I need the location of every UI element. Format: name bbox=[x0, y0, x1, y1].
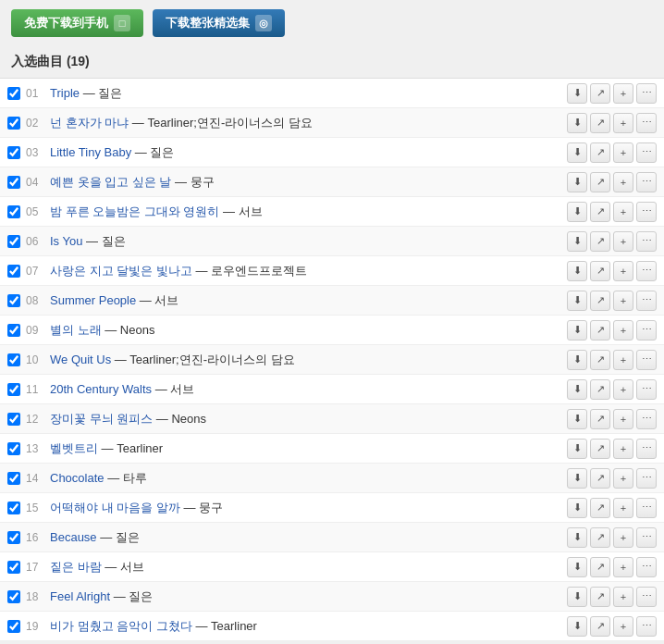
download-action-button[interactable]: ⬇ bbox=[567, 320, 587, 341]
more-action-button[interactable]: ⋯ bbox=[636, 320, 657, 341]
more-action-button[interactable]: ⋯ bbox=[636, 439, 657, 459]
add-action-button[interactable]: + bbox=[613, 557, 633, 577]
add-action-button[interactable]: + bbox=[613, 231, 633, 252]
download-action-button[interactable]: ⬇ bbox=[567, 113, 587, 133]
add-action-button[interactable]: + bbox=[613, 527, 633, 548]
more-action-button[interactable]: ⋯ bbox=[636, 379, 657, 400]
download-action-button[interactable]: ⬇ bbox=[567, 83, 587, 104]
more-action-button[interactable]: ⋯ bbox=[636, 261, 657, 281]
add-action-button[interactable]: + bbox=[613, 172, 633, 192]
more-action-button[interactable]: ⋯ bbox=[636, 587, 657, 607]
share-action-button[interactable]: ↗ bbox=[590, 409, 610, 429]
add-action-button[interactable]: + bbox=[613, 587, 633, 607]
more-action-button[interactable]: ⋯ bbox=[636, 202, 657, 222]
free-download-button[interactable]: 免费下载到手机 □ bbox=[11, 9, 143, 37]
add-action-button[interactable]: + bbox=[613, 616, 633, 637]
download-action-button[interactable]: ⬇ bbox=[567, 231, 587, 252]
download-action-button[interactable]: ⬇ bbox=[567, 498, 587, 518]
share-action-button[interactable]: ↗ bbox=[590, 350, 610, 370]
track-checkbox[interactable] bbox=[7, 383, 20, 396]
song-name: Little Tiny Baby bbox=[50, 145, 131, 159]
download-action-button[interactable]: ⬇ bbox=[567, 587, 587, 607]
share-action-button[interactable]: ↗ bbox=[590, 202, 610, 222]
track-checkbox[interactable] bbox=[7, 294, 20, 307]
add-action-button[interactable]: + bbox=[613, 350, 633, 370]
download-action-button[interactable]: ⬇ bbox=[567, 379, 587, 400]
add-action-button[interactable]: + bbox=[613, 113, 633, 133]
share-action-button[interactable]: ↗ bbox=[590, 527, 610, 548]
add-action-button[interactable]: + bbox=[613, 261, 633, 281]
add-action-button[interactable]: + bbox=[613, 202, 633, 222]
add-action-button[interactable]: + bbox=[613, 142, 633, 163]
share-action-button[interactable]: ↗ bbox=[590, 261, 610, 281]
more-action-button[interactable]: ⋯ bbox=[636, 231, 657, 252]
more-action-button[interactable]: ⋯ bbox=[636, 113, 657, 133]
share-action-button[interactable]: ↗ bbox=[590, 587, 610, 607]
track-checkbox[interactable] bbox=[7, 324, 20, 337]
track-checkbox[interactable] bbox=[7, 442, 20, 455]
download-action-button[interactable]: ⬇ bbox=[567, 468, 587, 489]
track-checkbox[interactable] bbox=[7, 235, 20, 248]
download-action-button[interactable]: ⬇ bbox=[567, 557, 587, 577]
share-action-button[interactable]: ↗ bbox=[590, 231, 610, 252]
share-action-button[interactable]: ↗ bbox=[590, 320, 610, 341]
track-checkbox[interactable] bbox=[7, 413, 20, 426]
download-action-button[interactable]: ⬇ bbox=[567, 202, 587, 222]
add-action-button[interactable]: + bbox=[613, 498, 633, 518]
track-checkbox[interactable] bbox=[7, 502, 20, 514]
download-action-button[interactable]: ⬇ bbox=[567, 142, 587, 163]
add-action-button[interactable]: + bbox=[613, 409, 633, 429]
download-action-button[interactable]: ⬇ bbox=[567, 350, 587, 370]
add-action-button[interactable]: + bbox=[613, 320, 633, 341]
download-action-button[interactable]: ⬇ bbox=[567, 616, 587, 637]
track-checkbox[interactable] bbox=[7, 176, 20, 189]
track-checkbox[interactable] bbox=[7, 205, 20, 218]
more-action-button[interactable]: ⋯ bbox=[636, 557, 657, 577]
track-checkbox[interactable] bbox=[7, 353, 20, 366]
add-action-button[interactable]: + bbox=[613, 291, 633, 311]
add-action-button[interactable]: + bbox=[613, 83, 633, 104]
share-action-button[interactable]: ↗ bbox=[590, 616, 610, 637]
download-action-button[interactable]: ⬇ bbox=[567, 172, 587, 192]
more-action-button[interactable]: ⋯ bbox=[636, 468, 657, 489]
track-number: 13 bbox=[26, 442, 46, 455]
more-action-button[interactable]: ⋯ bbox=[636, 83, 657, 104]
download-action-button[interactable]: ⬇ bbox=[567, 291, 587, 311]
share-action-button[interactable]: ↗ bbox=[590, 172, 610, 192]
track-checkbox[interactable] bbox=[7, 561, 20, 574]
share-action-button[interactable]: ↗ bbox=[590, 379, 610, 400]
track-checkbox[interactable] bbox=[7, 472, 20, 485]
more-action-button[interactable]: ⋯ bbox=[636, 409, 657, 429]
more-action-button[interactable]: ⋯ bbox=[636, 616, 657, 637]
track-checkbox[interactable] bbox=[7, 265, 20, 278]
track-checkbox[interactable] bbox=[7, 620, 20, 633]
download-action-button[interactable]: ⬇ bbox=[567, 409, 587, 429]
download-action-button[interactable]: ⬇ bbox=[567, 527, 587, 548]
more-action-button[interactable]: ⋯ bbox=[636, 350, 657, 370]
track-checkbox[interactable] bbox=[7, 87, 20, 100]
add-action-button[interactable]: + bbox=[613, 468, 633, 489]
download-action-button[interactable]: ⬇ bbox=[567, 261, 587, 281]
add-action-button[interactable]: + bbox=[613, 379, 633, 400]
more-action-button[interactable]: ⋯ bbox=[636, 172, 657, 192]
section-header: 入选曲目 (19) bbox=[0, 46, 664, 78]
track-checkbox[interactable] bbox=[7, 590, 20, 603]
share-action-button[interactable]: ↗ bbox=[590, 142, 610, 163]
add-action-button[interactable]: + bbox=[613, 439, 633, 459]
track-checkbox[interactable] bbox=[7, 146, 20, 159]
share-action-button[interactable]: ↗ bbox=[590, 291, 610, 311]
share-action-button[interactable]: ↗ bbox=[590, 113, 610, 133]
more-action-button[interactable]: ⋯ bbox=[636, 142, 657, 163]
download-action-button[interactable]: ⬇ bbox=[567, 439, 587, 459]
all-download-button[interactable]: 下载整张精选集 ◎ bbox=[153, 9, 285, 37]
share-action-button[interactable]: ↗ bbox=[590, 498, 610, 518]
more-action-button[interactable]: ⋯ bbox=[636, 498, 657, 518]
more-action-button[interactable]: ⋯ bbox=[636, 527, 657, 548]
share-action-button[interactable]: ↗ bbox=[590, 439, 610, 459]
share-action-button[interactable]: ↗ bbox=[590, 468, 610, 489]
share-action-button[interactable]: ↗ bbox=[590, 83, 610, 104]
track-checkbox[interactable] bbox=[7, 531, 20, 544]
more-action-button[interactable]: ⋯ bbox=[636, 291, 657, 311]
track-checkbox[interactable] bbox=[7, 117, 20, 130]
share-action-button[interactable]: ↗ bbox=[590, 557, 610, 577]
